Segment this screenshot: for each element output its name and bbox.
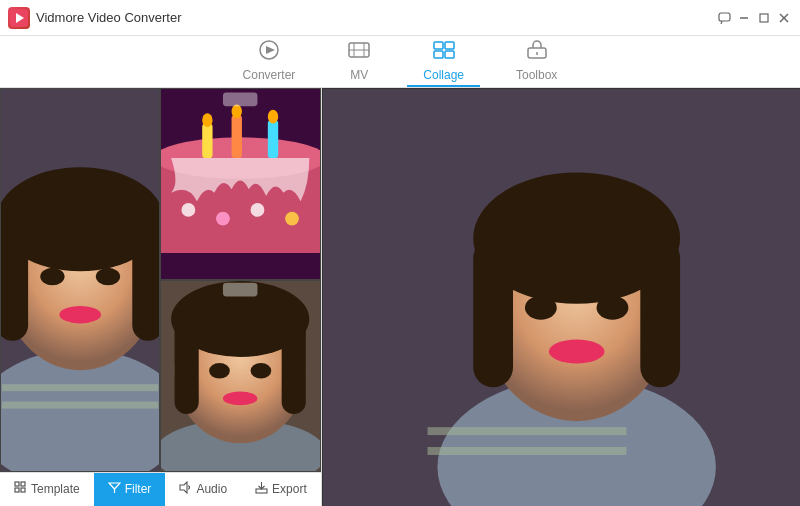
converter-icon: [257, 39, 281, 66]
svg-rect-38: [232, 115, 242, 158]
right-video-preview: [322, 88, 800, 506]
svg-rect-58: [223, 283, 258, 297]
left-panel: ⊞: [0, 88, 322, 506]
svg-point-42: [268, 110, 278, 124]
audio-tab-icon: [179, 481, 192, 497]
tab-mv[interactable]: MV: [331, 36, 387, 87]
right-panel: 00:00:03.17/00:00:44.05 16:9 ▼ Border: ▼: [322, 88, 800, 506]
svg-point-29: [40, 268, 64, 285]
svg-rect-74: [473, 238, 513, 387]
svg-rect-27: [1, 219, 28, 341]
export-tab-icon: [255, 481, 268, 497]
svg-point-43: [182, 203, 196, 217]
tab-converter-label: Converter: [243, 68, 296, 82]
tab-converter[interactable]: Converter: [227, 36, 312, 87]
collage-icon: [432, 39, 456, 66]
svg-marker-9: [266, 46, 275, 54]
svg-rect-70: [427, 447, 626, 455]
svg-rect-69: [427, 427, 626, 435]
toolbox-icon: [525, 39, 549, 66]
svg-point-31: [59, 306, 101, 323]
minimize-button[interactable]: [736, 10, 752, 26]
svg-point-77: [596, 296, 628, 320]
svg-rect-2: [719, 13, 730, 21]
svg-marker-64: [180, 482, 187, 493]
right-cell-main: [322, 88, 800, 506]
audio-tab-label: Audio: [196, 482, 227, 496]
tab-export-left[interactable]: Export: [241, 473, 321, 506]
svg-rect-54: [282, 319, 306, 414]
main-content: ⊞: [0, 88, 800, 506]
mv-icon: [347, 39, 371, 66]
app-logo: [8, 7, 30, 29]
svg-rect-75: [640, 238, 680, 387]
tab-toolbox-label: Toolbox: [516, 68, 557, 82]
filter-tab-icon: [108, 481, 121, 497]
chat-button[interactable]: [716, 10, 732, 26]
svg-point-55: [209, 363, 230, 379]
svg-rect-23: [2, 402, 158, 409]
svg-rect-28: [132, 219, 159, 341]
tab-audio[interactable]: Audio: [165, 473, 241, 506]
tab-collage-label: Collage: [423, 68, 464, 82]
svg-point-41: [232, 105, 242, 119]
tab-collage[interactable]: Collage: [407, 36, 480, 87]
svg-point-78: [549, 340, 605, 364]
titlebar-controls: [716, 10, 792, 26]
left-video-preview: ⊞: [0, 88, 321, 472]
export-tab-label: Export: [272, 482, 307, 496]
svg-point-44: [216, 212, 230, 226]
video-cell-girl-left: ⊞: [0, 88, 160, 472]
svg-rect-15: [445, 42, 454, 49]
svg-rect-5: [760, 14, 768, 22]
titlebar-left: Vidmore Video Converter: [8, 7, 182, 29]
svg-rect-37: [203, 124, 213, 159]
tab-template[interactable]: Template: [0, 473, 94, 506]
svg-rect-59: [15, 482, 19, 486]
svg-point-57: [223, 392, 258, 406]
bottom-tabs: Template Filter Audio Export: [0, 472, 321, 506]
app-title: Vidmore Video Converter: [36, 10, 182, 25]
video-cell-girl-bottom: [160, 280, 320, 472]
filter-tab-label: Filter: [125, 482, 152, 496]
svg-rect-22: [2, 384, 158, 391]
svg-point-76: [525, 296, 557, 320]
svg-rect-53: [175, 319, 199, 414]
svg-point-46: [285, 212, 299, 226]
svg-point-40: [203, 113, 213, 127]
svg-point-30: [96, 268, 120, 285]
svg-rect-47: [223, 92, 258, 106]
svg-rect-16: [434, 51, 443, 58]
template-tab-label: Template: [31, 482, 80, 496]
close-button[interactable]: [776, 10, 792, 26]
svg-rect-62: [21, 488, 25, 492]
svg-point-45: [251, 203, 265, 217]
svg-rect-39: [268, 120, 278, 158]
svg-rect-17: [445, 51, 454, 58]
svg-point-56: [251, 363, 272, 379]
svg-rect-60: [21, 482, 25, 486]
tab-mv-label: MV: [350, 68, 368, 82]
titlebar: Vidmore Video Converter: [0, 0, 800, 36]
template-tab-icon: [14, 481, 27, 497]
tab-toolbox[interactable]: Toolbox: [500, 36, 573, 87]
tab-filter[interactable]: Filter: [94, 473, 166, 506]
svg-rect-14: [434, 42, 443, 49]
video-cell-cake: [160, 88, 320, 280]
maximize-button[interactable]: [756, 10, 772, 26]
navbar: Converter MV Collage Toolbox: [0, 36, 800, 88]
svg-rect-61: [15, 488, 19, 492]
